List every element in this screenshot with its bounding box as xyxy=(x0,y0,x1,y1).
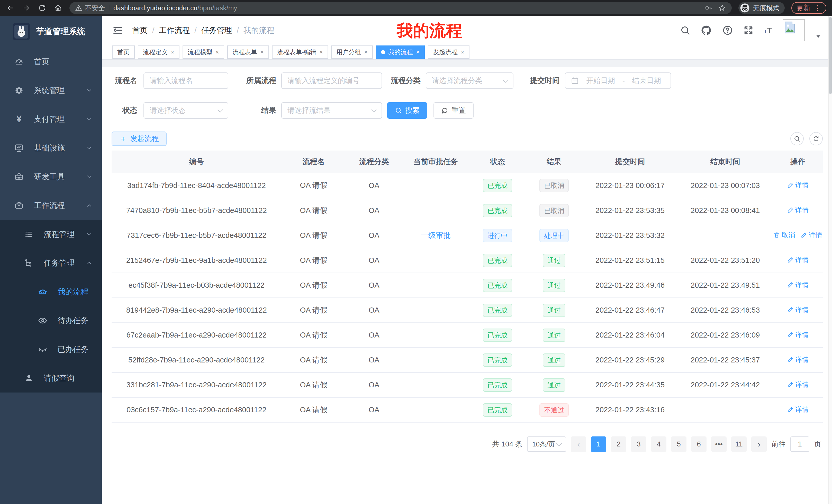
show-search-button[interactable] xyxy=(790,132,804,145)
page-button-1[interactable]: 1 xyxy=(591,437,606,452)
page-button-11[interactable]: 11 xyxy=(731,437,747,452)
font-size-icon[interactable]: тT xyxy=(764,26,772,35)
status-select[interactable] xyxy=(144,102,228,119)
avatar[interactable] xyxy=(783,19,805,41)
prev-page-button[interactable]: ‹ xyxy=(571,437,586,452)
process-definition-input[interactable] xyxy=(281,73,382,89)
sidebar-item-done-tasks[interactable]: 已办任务 xyxy=(0,335,102,364)
detail-link[interactable]: 详情 xyxy=(787,330,809,339)
fullscreen-icon[interactable] xyxy=(743,25,754,35)
page-buttons: 123456•••11 xyxy=(591,437,747,452)
breadcrumb-home[interactable]: 首页 xyxy=(132,25,148,36)
sidebar-collapse-icon[interactable] xyxy=(112,25,123,36)
tab-close-icon[interactable]: × xyxy=(461,49,464,56)
security-warning-icon[interactable]: 不安全 xyxy=(75,4,105,12)
tab-close-icon[interactable]: × xyxy=(319,49,323,56)
table-row: 2152467e-7b9b-11ec-9a1b-acde48001122 OA … xyxy=(111,248,823,273)
detail-link[interactable]: 详情 xyxy=(787,380,809,389)
home-icon[interactable] xyxy=(53,3,63,12)
sidebar-item-system[interactable]: 系统管理 xyxy=(0,76,102,105)
cell-result: 已取消 xyxy=(526,198,582,223)
result-badge: 已取消 xyxy=(539,179,569,192)
detail-link[interactable]: 详情 xyxy=(787,281,809,289)
page-button-3[interactable]: 3 xyxy=(631,437,646,452)
avatar-caret-icon[interactable] xyxy=(815,33,822,39)
page-size-select[interactable]: 10条/页 xyxy=(527,437,566,452)
back-icon[interactable] xyxy=(6,3,15,12)
address-bar[interactable]: 不安全 dashboard.yudao.iocoder.cn/bpm/task/… xyxy=(70,2,732,14)
sidebar-item-task-mgmt[interactable]: 任务管理 xyxy=(0,249,102,277)
tab-close-icon[interactable]: × xyxy=(364,49,368,56)
table-row: 7317cec6-7b9b-11ec-b5b7-acde48001122 OA … xyxy=(111,223,823,248)
tab-首页[interactable]: 首页 xyxy=(112,46,135,59)
sidebar-item-dev-tools[interactable]: 研发工具 xyxy=(0,162,102,191)
search-button[interactable]: 搜索 xyxy=(387,102,427,119)
tab-我的流程[interactable]: 我的流程 × xyxy=(376,46,425,59)
sidebar-item-payment[interactable]: ¥ 支付管理 xyxy=(0,105,102,134)
sidebar-item-process-mgmt[interactable]: 流程管理 xyxy=(0,220,102,249)
detail-link[interactable]: 详情 xyxy=(787,405,809,414)
tab-流程模型[interactable]: 流程模型 × xyxy=(183,46,224,59)
cell-current-task: 一级审批 xyxy=(402,223,469,248)
page-ellipsis[interactable]: ••• xyxy=(711,437,727,452)
tab-流程定义[interactable]: 流程定义 × xyxy=(138,46,179,59)
submit-time-range-picker[interactable]: - xyxy=(565,73,671,89)
breadcrumb-workflow[interactable]: 工作流程 xyxy=(159,25,190,36)
detail-link[interactable]: 详情 xyxy=(787,305,809,314)
current-task-link[interactable]: 一级审批 xyxy=(421,231,451,240)
chevron-down-icon xyxy=(371,107,377,112)
key-icon[interactable] xyxy=(704,4,712,12)
tab-close-icon[interactable]: × xyxy=(416,49,420,56)
create-process-button[interactable]: ＋ 发起流程 xyxy=(111,132,166,146)
goto-page-input[interactable] xyxy=(790,437,809,452)
tab-流程表单-编辑[interactable]: 流程表单-编辑 × xyxy=(272,46,328,59)
search-icon[interactable] xyxy=(680,25,690,35)
page-button-2[interactable]: 2 xyxy=(611,437,626,452)
tab-发起流程[interactable]: 发起流程 × xyxy=(428,46,469,59)
sidebar-item-infrastructure[interactable]: 基础设施 xyxy=(0,134,102,162)
result-select[interactable] xyxy=(281,102,382,119)
category-select[interactable] xyxy=(426,73,514,89)
table-body: 3ad174fb-7b9d-11ec-8404-acde48001122 OA … xyxy=(111,173,823,422)
page-button-6[interactable]: 6 xyxy=(691,437,706,452)
sidebar-item-my-process[interactable]: 我的流程 xyxy=(0,277,102,306)
scrollbar-thumb[interactable] xyxy=(829,17,832,94)
content-scrollbar[interactable] xyxy=(828,16,832,504)
next-page-button[interactable]: › xyxy=(751,437,767,452)
browser-menu-icon[interactable]: ⋮ xyxy=(814,4,821,12)
yen-icon: ¥ xyxy=(14,114,24,124)
tab-close-icon[interactable]: × xyxy=(215,49,219,56)
app-logo-row: 芋道管理系统 xyxy=(0,16,102,47)
tab-流程表单[interactable]: 流程表单 × xyxy=(227,46,269,59)
sidebar-item-leave-query[interactable]: 请假查询 xyxy=(0,364,102,393)
page-button-4[interactable]: 4 xyxy=(651,437,667,452)
bookmark-star-icon[interactable] xyxy=(718,4,726,12)
update-button[interactable]: 更新 ⋮ xyxy=(791,2,826,14)
sidebar-item-todo-tasks[interactable]: 待办任务 xyxy=(0,306,102,335)
page-button-5[interactable]: 5 xyxy=(671,437,686,452)
detail-link[interactable]: 详情 xyxy=(787,206,809,215)
refresh-button[interactable] xyxy=(809,132,823,145)
tab-close-icon[interactable]: × xyxy=(260,49,264,56)
github-icon[interactable] xyxy=(701,25,712,36)
cancel-link[interactable]: 取消 xyxy=(773,231,795,240)
forward-icon[interactable] xyxy=(22,3,31,12)
tab-用户分组[interactable]: 用户分组 × xyxy=(331,46,373,59)
column-header: 编号 xyxy=(111,150,281,173)
detail-link[interactable]: 详情 xyxy=(787,256,809,264)
sidebar-item-home[interactable]: 首页 xyxy=(0,47,102,76)
detail-link[interactable]: 详情 xyxy=(787,355,809,364)
reset-button[interactable]: 重置 xyxy=(434,102,474,119)
cell-end-time xyxy=(678,223,773,248)
detail-link[interactable]: 详情 xyxy=(787,180,809,190)
sidebar-item-workflow[interactable]: 工作流程 xyxy=(0,191,102,220)
reload-icon[interactable] xyxy=(37,3,47,12)
detail-link[interactable]: 详情 xyxy=(801,231,822,240)
help-icon[interactable] xyxy=(722,25,733,36)
process-name-input[interactable] xyxy=(144,73,228,89)
tab-close-icon[interactable]: × xyxy=(171,49,174,56)
chevron-down-icon xyxy=(86,87,93,94)
filter-label-name: 流程名 xyxy=(111,76,137,86)
cell-result: 通过 xyxy=(526,372,582,397)
breadcrumb-task-mgmt[interactable]: 任务管理 xyxy=(201,25,232,36)
